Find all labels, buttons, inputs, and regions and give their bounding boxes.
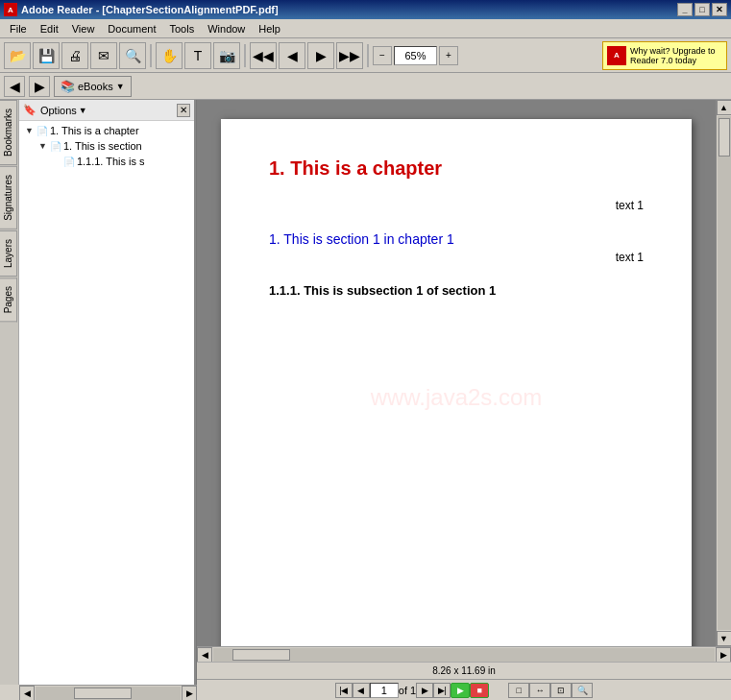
fit-page-button[interactable]: □	[508, 683, 529, 698]
bookmark-label-chapter: 1. This is a chapter	[50, 125, 139, 136]
menu-help[interactable]: Help	[253, 21, 286, 36]
pdf-h-scroll-left[interactable]: ◀	[197, 647, 212, 663]
search-button[interactable]: 🔍	[119, 42, 146, 69]
chapter-heading: 1. This is a chapter	[269, 157, 644, 180]
menu-edit[interactable]: Edit	[35, 21, 64, 36]
panel-icon: 🔖	[23, 104, 37, 116]
panel-close-button[interactable]: ✕	[177, 104, 190, 117]
prev-page-button[interactable]: ◀	[279, 42, 305, 69]
hand-tool-button[interactable]: ✋	[156, 42, 183, 69]
layers-tab[interactable]: Layers	[0, 230, 17, 277]
right-area: www.java2s.com 1. This is a chapter text…	[197, 100, 731, 700]
menu-window[interactable]: Window	[202, 21, 251, 36]
pdf-h-scroll-right[interactable]: ▶	[716, 647, 731, 663]
open-button[interactable]: 📂	[4, 42, 31, 69]
ebooks-button[interactable]: 📚 eBooks ▼	[54, 76, 132, 97]
options-label: Options	[40, 105, 77, 116]
scroll-down-button[interactable]: ▼	[717, 631, 732, 646]
watermark: www.java2s.com	[371, 384, 543, 411]
page-number-input[interactable]: 1	[370, 683, 399, 698]
panel-body: Bookmarks Signatures Layers Pages 🔖 Opti…	[0, 100, 196, 685]
page-dimensions: 8.26 x 11.69 in	[432, 665, 496, 676]
scroll-track[interactable]	[718, 116, 731, 630]
zoom-in-button[interactable]: +	[439, 46, 458, 65]
page-total: of 1	[399, 685, 416, 696]
bookmark-label-section: 1. This is section	[63, 140, 142, 152]
options-button[interactable]: Options ▼	[40, 105, 87, 116]
snapshot-button[interactable]: 📷	[213, 42, 240, 69]
h-scroll-thumb	[74, 688, 132, 699]
expand-icon-section: ▼	[38, 141, 48, 151]
pdf-page: www.java2s.com 1. This is a chapter text…	[221, 119, 692, 646]
select-tool-button[interactable]: T	[184, 42, 211, 69]
h-scroll-left[interactable]: ◀	[19, 686, 35, 701]
content-area: Bookmarks Signatures Layers Pages 🔖 Opti…	[0, 100, 731, 700]
pdf-viewer[interactable]: www.java2s.com 1. This is a chapter text…	[197, 100, 716, 646]
first-page-nav[interactable]: |◀	[335, 683, 353, 698]
main-toolbar: 📂 💾 🖨 ✉ 🔍 ✋ T 📷 ◀◀ ◀ ▶ ▶▶ − 65% + A Why …	[0, 38, 731, 73]
last-page-button[interactable]: ▶▶	[336, 42, 363, 69]
minimize-button[interactable]: _	[677, 3, 693, 16]
fit-width-button[interactable]: ↔	[529, 683, 550, 698]
navigation-bar: |◀ ◀ 1 of 1 ▶ ▶| ▶ ■ □ ↔ ⊡ 🔍	[197, 679, 731, 700]
h-scroll-right[interactable]: ▶	[182, 686, 197, 701]
forward-button[interactable]: ▶	[29, 76, 50, 97]
bookmark-item-chapter[interactable]: ▼ 📄 1. This is a chapter	[21, 123, 192, 138]
panel-header-left: 🔖 Options ▼	[23, 104, 87, 116]
ebooks-label: eBooks	[78, 81, 113, 92]
ad-text: Why wait? Upgrade to Reader 7.0 today	[630, 46, 722, 65]
maximize-button[interactable]: □	[694, 3, 710, 16]
zoom-out-button[interactable]: −	[373, 46, 392, 65]
menu-tools[interactable]: Tools	[164, 21, 201, 36]
email-button[interactable]: ✉	[90, 42, 117, 69]
status-bar: 8.26 x 11.69 in	[197, 662, 731, 679]
window-title: Adobe Reader - [ChapterSectionAlignmentP…	[21, 4, 279, 15]
bookmark-label-subsection: 1.1.1. This is s	[77, 156, 145, 167]
last-page-nav[interactable]: ▶|	[433, 683, 451, 698]
signatures-tab[interactable]: Signatures	[0, 166, 17, 229]
h-scroll-track[interactable]	[36, 687, 181, 700]
pdf-content: 1. This is a chapter text 1 1. This is s…	[269, 157, 644, 298]
save-button[interactable]: 💾	[33, 42, 60, 69]
zoom-input[interactable]: 65%	[394, 46, 437, 65]
zoom-to-button[interactable]: 🔍	[572, 683, 593, 698]
text-right-2: text 1	[269, 251, 644, 264]
actual-size-button[interactable]: ⊡	[550, 683, 572, 698]
pages-tab[interactable]: Pages	[0, 278, 17, 322]
bookmark-tree: ▼ 📄 1. This is a chapter ▼ 📄 1. This is …	[19, 121, 194, 685]
menu-file[interactable]: File	[4, 21, 33, 36]
text-right-1: text 1	[269, 199, 644, 212]
expand-icon-chapter: ▼	[25, 126, 35, 135]
app-icon: A	[4, 3, 17, 16]
title-bar: A Adobe Reader - [ChapterSectionAlignmen…	[0, 0, 731, 19]
subsection-heading: 1.1.1. This is subsection 1 of section 1	[269, 283, 644, 298]
toolbar-separator-1	[150, 44, 152, 67]
toolbar-separator-3	[367, 44, 369, 67]
first-page-button[interactable]: ◀◀	[250, 42, 277, 69]
close-button[interactable]: ✕	[712, 3, 727, 16]
stop-button[interactable]: ■	[470, 683, 489, 698]
bookmarks-tab[interactable]: Bookmarks	[0, 100, 17, 165]
options-arrow: ▼	[79, 106, 87, 115]
ad-banner[interactable]: A Why wait? Upgrade to Reader 7.0 today	[602, 41, 727, 70]
next-page-nav[interactable]: ▶	[416, 683, 433, 698]
panel-header: 🔖 Options ▼ ✕	[19, 100, 194, 121]
page-icon-section: 📄	[50, 141, 61, 152]
play-button[interactable]: ▶	[451, 683, 470, 698]
scroll-thumb	[719, 118, 730, 157]
zoom-area: − 65% +	[373, 46, 458, 65]
next-page-button[interactable]: ▶	[307, 42, 334, 69]
back-button[interactable]: ◀	[4, 76, 25, 97]
side-tabs: Bookmarks Signatures Layers Pages	[0, 100, 19, 685]
bookmark-panel: 🔖 Options ▼ ✕ ▼ 📄 1.	[19, 100, 196, 685]
menu-document[interactable]: Document	[102, 21, 161, 36]
nav-wrapper: |◀ ◀ 1 of 1 ▶ ▶| ▶ ■ □ ↔ ⊡ 🔍	[197, 683, 731, 698]
prev-page-nav[interactable]: ◀	[353, 683, 370, 698]
print-button[interactable]: 🖨	[61, 42, 88, 69]
pdf-h-scroll-track[interactable]	[213, 648, 715, 662]
menu-view[interactable]: View	[66, 21, 101, 36]
bookmark-item-section[interactable]: ▼ 📄 1. This is section	[21, 138, 192, 154]
bookmark-item-subsection[interactable]: 📄 1.1.1. This is s	[21, 154, 192, 169]
page-icon-chapter: 📄	[37, 126, 48, 136]
scroll-up-button[interactable]: ▲	[717, 100, 732, 115]
